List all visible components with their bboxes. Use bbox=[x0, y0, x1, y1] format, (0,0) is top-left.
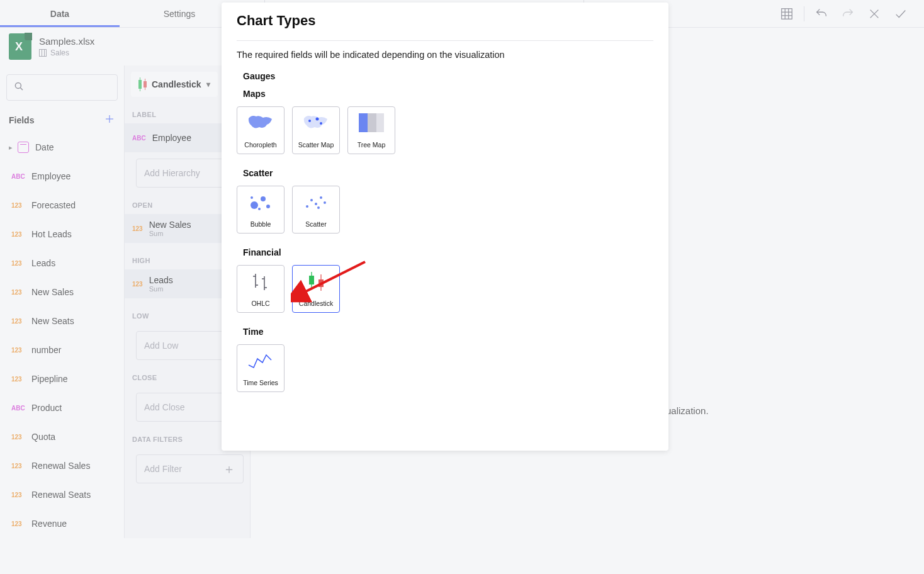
option-label: Candlestick bbox=[299, 300, 333, 307]
category-financial: Financial bbox=[243, 247, 653, 257]
option-scatter[interactable]: Scatter bbox=[292, 186, 340, 234]
svg-point-19 bbox=[306, 205, 308, 208]
option-time-series[interactable]: Time Series bbox=[237, 344, 285, 392]
option-choropleth[interactable]: Choropleth bbox=[237, 106, 285, 154]
svg-point-21 bbox=[315, 203, 317, 205]
modal-description: The required fields will be indicated de… bbox=[237, 50, 653, 60]
option-label: OHLC bbox=[251, 300, 269, 307]
category-scatter: Scatter bbox=[243, 168, 653, 178]
category-maps: Maps bbox=[243, 89, 653, 99]
chart-types-modal: Chart Types The required fields will be … bbox=[222, 3, 668, 451]
option-label: Tree Map bbox=[358, 141, 386, 149]
category-time: Time bbox=[243, 327, 653, 337]
candlestick-icon bbox=[302, 269, 330, 293]
ohlc-icon bbox=[247, 270, 274, 293]
svg-point-11 bbox=[308, 120, 311, 122]
option-scatter-map[interactable]: Scatter Map bbox=[292, 106, 340, 154]
option-label: Time Series bbox=[243, 379, 278, 386]
svg-point-13 bbox=[320, 122, 322, 125]
option-tree-map[interactable]: Tree Map bbox=[347, 106, 395, 154]
option-candlestick[interactable]: Candlestick bbox=[292, 265, 340, 313]
svg-point-20 bbox=[310, 199, 313, 201]
option-label: Choropleth bbox=[244, 141, 276, 149]
option-label: Scatter bbox=[305, 220, 326, 228]
svg-point-23 bbox=[324, 201, 326, 204]
svg-point-14 bbox=[251, 201, 258, 209]
option-ohlc[interactable]: OHLC bbox=[237, 265, 285, 313]
scatter-map-icon bbox=[302, 113, 330, 132]
time-series-icon bbox=[246, 350, 275, 371]
svg-point-18 bbox=[251, 196, 253, 199]
svg-point-17 bbox=[258, 208, 261, 210]
bubble-icon bbox=[247, 191, 274, 213]
svg-point-24 bbox=[317, 206, 320, 209]
option-label: Scatter Map bbox=[298, 141, 334, 149]
svg-point-12 bbox=[316, 118, 319, 121]
scatter-icon bbox=[302, 191, 330, 213]
svg-rect-32 bbox=[309, 276, 314, 284]
option-label: Bubble bbox=[251, 220, 271, 228]
treemap-icon bbox=[359, 113, 384, 132]
divider bbox=[237, 40, 653, 41]
modal-title: Chart Types bbox=[237, 13, 653, 29]
category-gauges: Gauges bbox=[243, 71, 653, 81]
svg-point-16 bbox=[266, 205, 270, 208]
svg-point-15 bbox=[261, 196, 266, 201]
svg-rect-34 bbox=[318, 279, 324, 287]
svg-point-22 bbox=[320, 196, 322, 199]
choropleth-icon bbox=[247, 113, 274, 132]
option-bubble[interactable]: Bubble bbox=[237, 186, 285, 234]
